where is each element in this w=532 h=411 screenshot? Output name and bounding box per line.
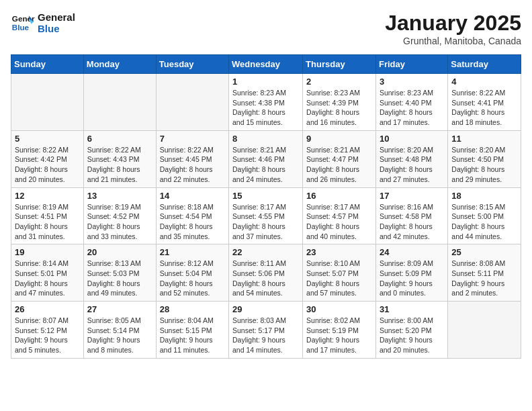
calendar-week-row: 1Sunrise: 8:23 AM Sunset: 4:38 PM Daylig…	[11, 74, 521, 131]
calendar-week-row: 19Sunrise: 8:14 AM Sunset: 5:01 PM Dayli…	[11, 244, 521, 302]
calendar-cell: 15Sunrise: 8:17 AM Sunset: 4:55 PM Dayli…	[229, 187, 303, 244]
calendar-cell: 8Sunrise: 8:21 AM Sunset: 4:46 PM Daylig…	[229, 130, 303, 187]
calendar-cell: 16Sunrise: 8:17 AM Sunset: 4:57 PM Dayli…	[303, 187, 376, 244]
calendar-week-row: 26Sunrise: 8:07 AM Sunset: 5:12 PM Dayli…	[11, 302, 521, 359]
calendar-cell: 31Sunrise: 8:00 AM Sunset: 5:20 PM Dayli…	[375, 302, 447, 359]
day-number: 20	[87, 247, 152, 257]
day-info: Sunrise: 8:04 AM Sunset: 5:15 PM Dayligh…	[160, 316, 225, 355]
day-number: 30	[306, 304, 372, 314]
day-info: Sunrise: 8:10 AM Sunset: 5:07 PM Dayligh…	[306, 259, 372, 298]
calendar-cell	[83, 74, 156, 131]
day-info: Sunrise: 8:22 AM Sunset: 4:43 PM Dayligh…	[87, 145, 152, 185]
day-number: 22	[232, 247, 299, 257]
calendar-cell: 27Sunrise: 8:05 AM Sunset: 5:14 PM Dayli…	[83, 302, 156, 359]
calendar-cell: 6Sunrise: 8:22 AM Sunset: 4:43 PM Daylig…	[83, 130, 156, 187]
day-info: Sunrise: 8:19 AM Sunset: 4:51 PM Dayligh…	[15, 202, 80, 242]
logo-line1: General	[38, 11, 75, 23]
calendar-cell: 7Sunrise: 8:22 AM Sunset: 4:45 PM Daylig…	[156, 130, 228, 187]
calendar-cell: 23Sunrise: 8:10 AM Sunset: 5:07 PM Dayli…	[303, 244, 376, 302]
day-info: Sunrise: 8:21 AM Sunset: 4:46 PM Dayligh…	[232, 145, 299, 185]
calendar-cell: 3Sunrise: 8:23 AM Sunset: 4:40 PM Daylig…	[375, 74, 447, 131]
day-info: Sunrise: 8:20 AM Sunset: 4:50 PM Dayligh…	[451, 145, 517, 185]
day-number: 19	[15, 247, 80, 257]
day-info: Sunrise: 8:23 AM Sunset: 4:39 PM Dayligh…	[306, 88, 372, 128]
day-number: 26	[15, 304, 80, 314]
day-info: Sunrise: 8:16 AM Sunset: 4:58 PM Dayligh…	[380, 202, 444, 242]
day-header-sunday: Sunday	[11, 55, 84, 74]
day-info: Sunrise: 8:11 AM Sunset: 5:06 PM Dayligh…	[232, 259, 299, 298]
calendar-cell	[156, 74, 228, 131]
day-number: 24	[380, 247, 444, 257]
day-info: Sunrise: 8:05 AM Sunset: 5:14 PM Dayligh…	[87, 316, 152, 355]
day-header-monday: Monday	[83, 55, 156, 74]
day-number: 31	[380, 304, 444, 314]
day-info: Sunrise: 8:22 AM Sunset: 4:42 PM Dayligh…	[15, 145, 80, 185]
day-number: 5	[15, 134, 80, 144]
day-number: 21	[160, 247, 225, 257]
day-info: Sunrise: 8:02 AM Sunset: 5:19 PM Dayligh…	[306, 316, 372, 355]
day-info: Sunrise: 8:13 AM Sunset: 5:03 PM Dayligh…	[87, 259, 152, 298]
day-header-thursday: Thursday	[303, 55, 376, 74]
day-info: Sunrise: 8:23 AM Sunset: 4:38 PM Dayligh…	[232, 88, 299, 128]
calendar-cell: 26Sunrise: 8:07 AM Sunset: 5:12 PM Dayli…	[11, 302, 84, 359]
day-info: Sunrise: 8:12 AM Sunset: 5:04 PM Dayligh…	[160, 259, 225, 298]
day-info: Sunrise: 8:03 AM Sunset: 5:17 PM Dayligh…	[232, 316, 299, 355]
calendar-cell: 19Sunrise: 8:14 AM Sunset: 5:01 PM Dayli…	[11, 244, 84, 302]
day-info: Sunrise: 8:22 AM Sunset: 4:41 PM Dayligh…	[451, 88, 517, 128]
day-info: Sunrise: 8:09 AM Sunset: 5:09 PM Dayligh…	[380, 259, 444, 298]
day-info: Sunrise: 8:20 AM Sunset: 4:48 PM Dayligh…	[380, 145, 444, 185]
day-header-tuesday: Tuesday	[156, 55, 228, 74]
day-info: Sunrise: 8:07 AM Sunset: 5:12 PM Dayligh…	[15, 316, 80, 355]
day-header-friday: Friday	[375, 55, 447, 74]
day-number: 3	[380, 77, 444, 87]
day-number: 17	[380, 191, 444, 201]
day-info: Sunrise: 8:15 AM Sunset: 5:00 PM Dayligh…	[451, 202, 517, 242]
logo-line2: Blue	[38, 23, 75, 34]
calendar-cell: 11Sunrise: 8:20 AM Sunset: 4:50 PM Dayli…	[448, 130, 521, 187]
calendar-cell: 18Sunrise: 8:15 AM Sunset: 5:00 PM Dayli…	[448, 187, 521, 244]
day-number: 1	[232, 77, 299, 87]
logo-icon: General Blue	[11, 11, 35, 35]
day-number: 4	[451, 77, 517, 87]
title-area: January 2025 Grunthal, Manitoba, Canada	[385, 11, 521, 46]
calendar-cell: 29Sunrise: 8:03 AM Sunset: 5:17 PM Dayli…	[229, 302, 303, 359]
day-number: 28	[160, 304, 225, 314]
day-header-saturday: Saturday	[448, 55, 521, 74]
calendar-cell: 1Sunrise: 8:23 AM Sunset: 4:38 PM Daylig…	[229, 74, 303, 131]
calendar-cell: 10Sunrise: 8:20 AM Sunset: 4:48 PM Dayli…	[375, 130, 447, 187]
day-number: 23	[306, 247, 372, 257]
day-info: Sunrise: 8:00 AM Sunset: 5:20 PM Dayligh…	[380, 316, 444, 355]
day-number: 29	[232, 304, 299, 314]
day-number: 13	[87, 191, 152, 201]
day-number: 7	[160, 134, 225, 144]
calendar-cell: 12Sunrise: 8:19 AM Sunset: 4:51 PM Dayli…	[11, 187, 84, 244]
day-number: 16	[306, 191, 372, 201]
calendar-cell	[448, 302, 521, 359]
day-number: 2	[306, 77, 372, 87]
calendar-cell: 20Sunrise: 8:13 AM Sunset: 5:03 PM Dayli…	[83, 244, 156, 302]
calendar-cell: 30Sunrise: 8:02 AM Sunset: 5:19 PM Dayli…	[303, 302, 376, 359]
calendar-cell: 4Sunrise: 8:22 AM Sunset: 4:41 PM Daylig…	[448, 74, 521, 131]
calendar-cell: 5Sunrise: 8:22 AM Sunset: 4:42 PM Daylig…	[11, 130, 84, 187]
day-info: Sunrise: 8:22 AM Sunset: 4:45 PM Dayligh…	[160, 145, 225, 185]
day-info: Sunrise: 8:18 AM Sunset: 4:54 PM Dayligh…	[160, 202, 225, 242]
day-number: 14	[160, 191, 225, 201]
calendar-subtitle: Grunthal, Manitoba, Canada	[385, 36, 521, 46]
day-number: 18	[451, 191, 517, 201]
day-number: 9	[306, 134, 372, 144]
calendar-cell	[11, 74, 84, 131]
calendar-cell: 28Sunrise: 8:04 AM Sunset: 5:15 PM Dayli…	[156, 302, 228, 359]
day-info: Sunrise: 8:08 AM Sunset: 5:11 PM Dayligh…	[451, 259, 517, 298]
svg-text:Blue: Blue	[12, 23, 30, 32]
calendar-cell: 24Sunrise: 8:09 AM Sunset: 5:09 PM Dayli…	[375, 244, 447, 302]
calendar-cell: 21Sunrise: 8:12 AM Sunset: 5:04 PM Dayli…	[156, 244, 228, 302]
calendar-cell: 9Sunrise: 8:21 AM Sunset: 4:47 PM Daylig…	[303, 130, 376, 187]
day-number: 11	[451, 134, 517, 144]
calendar-week-row: 12Sunrise: 8:19 AM Sunset: 4:51 PM Dayli…	[11, 187, 521, 244]
day-number: 10	[380, 134, 444, 144]
calendar-header-row: SundayMondayTuesdayWednesdayThursdayFrid…	[11, 55, 521, 74]
calendar-cell: 14Sunrise: 8:18 AM Sunset: 4:54 PM Dayli…	[156, 187, 228, 244]
day-info: Sunrise: 8:17 AM Sunset: 4:57 PM Dayligh…	[306, 202, 372, 242]
calendar-cell: 22Sunrise: 8:11 AM Sunset: 5:06 PM Dayli…	[229, 244, 303, 302]
calendar-title: January 2025	[385, 11, 521, 36]
